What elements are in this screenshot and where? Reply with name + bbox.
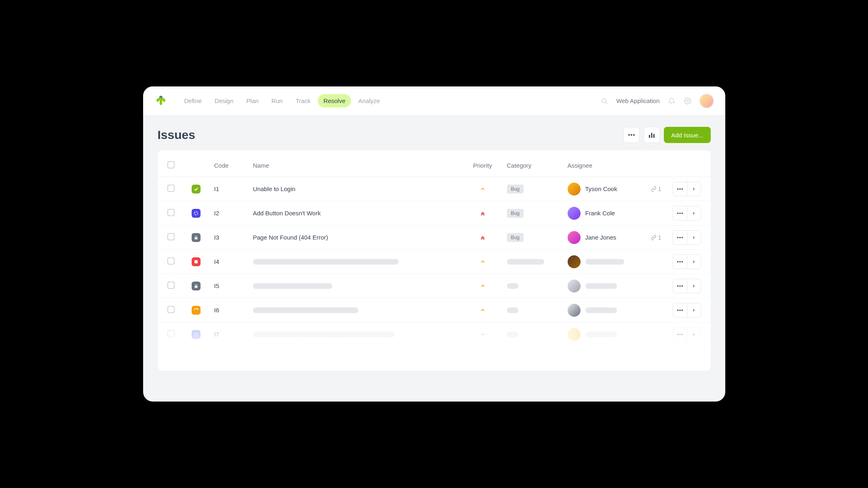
row-actions xyxy=(673,255,701,269)
svg-point-33 xyxy=(677,334,679,335)
category-skeleton xyxy=(507,356,518,362)
svg-point-32 xyxy=(194,333,198,336)
assignee-skeleton xyxy=(585,332,617,337)
assignee-avatar xyxy=(568,231,581,244)
issue-code: I8 xyxy=(214,355,253,362)
assignee-avatar xyxy=(568,328,581,341)
issue-name: Page Not Found (404 Error) xyxy=(253,234,458,241)
row-open-button[interactable] xyxy=(687,328,701,341)
row-more-button[interactable] xyxy=(673,328,687,341)
bell-icon[interactable] xyxy=(667,97,676,105)
select-all-checkbox[interactable] xyxy=(167,161,175,168)
row-checkbox[interactable] xyxy=(167,282,175,289)
col-category: Category xyxy=(507,162,568,169)
gear-icon[interactable] xyxy=(683,97,692,105)
assignee-avatar xyxy=(568,183,581,196)
table-row[interactable]: I4 xyxy=(158,250,711,274)
row-more-button[interactable] xyxy=(673,352,687,366)
row-checkbox[interactable] xyxy=(167,354,175,362)
nav-item-analyze[interactable]: Analyze xyxy=(353,94,385,107)
table-row[interactable]: I2Add Button Doesn't WorkBugFrank Cole xyxy=(158,201,711,225)
svg-point-6 xyxy=(633,134,635,136)
user-avatar[interactable] xyxy=(699,94,714,108)
svg-point-13 xyxy=(194,212,198,215)
svg-point-27 xyxy=(679,285,681,287)
priority-icon xyxy=(479,210,486,217)
assignee-avatar xyxy=(568,352,581,365)
nav-item-define[interactable]: Define xyxy=(179,94,207,107)
priority-icon xyxy=(479,331,486,338)
svg-rect-9 xyxy=(653,134,655,138)
row-checkbox[interactable] xyxy=(167,257,175,265)
issue-code: I6 xyxy=(214,307,253,313)
svg-rect-25 xyxy=(194,286,197,288)
assignee-skeleton xyxy=(585,307,617,313)
table-row[interactable]: I7 xyxy=(158,322,711,347)
row-checkbox[interactable] xyxy=(167,330,175,337)
row-checkbox[interactable] xyxy=(167,233,175,240)
assignee-avatar xyxy=(568,280,581,292)
row-more-button[interactable] xyxy=(673,279,687,293)
row-checkbox[interactable] xyxy=(167,306,175,313)
svg-point-1 xyxy=(602,99,606,103)
col-name: Name xyxy=(253,162,458,169)
link-count: 1 xyxy=(651,234,665,241)
priority-icon xyxy=(479,307,486,313)
priority-icon xyxy=(479,259,486,265)
link-count: 1 xyxy=(651,186,665,192)
svg-point-39 xyxy=(681,358,683,360)
row-open-button[interactable] xyxy=(687,182,701,196)
nav-item-resolve[interactable]: Resolve xyxy=(318,94,351,107)
row-checkbox[interactable] xyxy=(167,209,175,216)
row-open-button[interactable] xyxy=(687,303,701,317)
row-open-button[interactable] xyxy=(687,231,701,244)
more-options-button[interactable] xyxy=(623,127,640,143)
app-name[interactable]: Web Application xyxy=(616,97,659,104)
category-skeleton xyxy=(507,332,518,337)
svg-point-37 xyxy=(677,358,679,360)
issue-code: I5 xyxy=(214,282,253,289)
row-open-button[interactable] xyxy=(687,206,701,220)
status-icon xyxy=(192,354,201,363)
nav-item-run[interactable]: Run xyxy=(266,94,289,107)
row-actions xyxy=(673,303,701,318)
chart-view-button[interactable] xyxy=(644,127,660,143)
svg-point-29 xyxy=(677,309,679,311)
table-row[interactable]: I6 xyxy=(158,298,711,322)
row-more-button[interactable] xyxy=(673,182,687,196)
row-open-button[interactable] xyxy=(687,279,701,293)
row-open-button[interactable] xyxy=(687,255,701,269)
row-more-button[interactable] xyxy=(673,303,687,317)
priority-icon xyxy=(479,234,486,241)
svg-rect-17 xyxy=(194,237,197,239)
name-skeleton xyxy=(253,283,332,289)
table-row[interactable]: I3Page Not Found (404 Error)BugJane Jone… xyxy=(158,225,711,250)
status-icon xyxy=(192,233,201,242)
issues-table: Code Name Priority Category Assignee I1U… xyxy=(158,150,711,371)
svg-point-18 xyxy=(677,237,679,238)
search-icon[interactable] xyxy=(600,97,609,105)
category-skeleton xyxy=(507,283,518,289)
table-row[interactable]: I5 xyxy=(158,274,711,298)
svg-point-22 xyxy=(677,261,679,263)
row-checkbox[interactable] xyxy=(167,185,175,192)
category-badge: Bug xyxy=(507,185,524,194)
page-header: Issues Add Issue... xyxy=(143,116,725,150)
app-logo xyxy=(154,95,167,107)
issue-name: Add Button Doesn't Work xyxy=(253,210,458,217)
nav-item-track[interactable]: Track xyxy=(290,94,316,107)
nav-item-design[interactable]: Design xyxy=(209,94,239,107)
svg-point-35 xyxy=(681,334,683,335)
table-row[interactable]: I1Unable to LoginBugTyson Cook1 xyxy=(158,177,711,201)
row-more-button[interactable] xyxy=(673,255,687,269)
table-row[interactable]: I8 xyxy=(158,347,711,371)
status-icon xyxy=(192,209,201,218)
svg-point-10 xyxy=(677,188,679,190)
status-icon xyxy=(192,330,201,339)
row-more-button[interactable] xyxy=(673,206,687,220)
add-issue-button[interactable]: Add Issue... xyxy=(664,127,710,143)
row-more-button[interactable] xyxy=(673,231,687,244)
svg-point-34 xyxy=(679,334,681,335)
nav-item-plan[interactable]: Plan xyxy=(241,94,264,107)
row-open-button[interactable] xyxy=(687,352,701,366)
